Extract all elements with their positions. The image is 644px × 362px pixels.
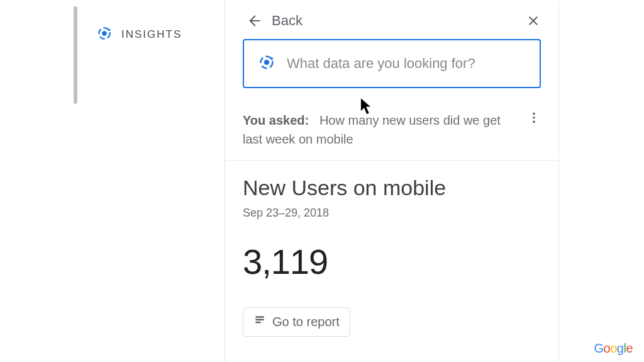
insights-icon — [96, 25, 113, 44]
sidebar-scrollbar[interactable] — [74, 6, 77, 104]
asked-prefix: You asked: — [243, 113, 309, 127]
svg-point-6 — [533, 113, 535, 115]
svg-point-2 — [108, 29, 110, 31]
insights-icon — [258, 54, 275, 74]
asked-text: You asked: How many new users did we get… — [243, 111, 517, 149]
svg-point-1 — [102, 31, 107, 36]
close-button[interactable] — [526, 13, 541, 28]
insights-label: INSIGHTS — [121, 28, 182, 41]
result-date-range: Sep 23–29, 2018 — [243, 206, 541, 220]
go-to-report-button[interactable]: Go to report — [243, 307, 350, 337]
topbar: Back — [225, 0, 558, 39]
arrow-left-icon — [247, 13, 263, 29]
report-button-label: Go to report — [272, 315, 340, 329]
insights-header[interactable]: INSIGHTS — [96, 25, 182, 44]
search-input[interactable] — [287, 55, 526, 72]
back-label: Back — [272, 13, 303, 29]
search-box[interactable] — [243, 39, 541, 88]
result-title: New Users on mobile — [243, 176, 541, 200]
google-logo: Google — [594, 341, 633, 356]
main-panel: Back You as — [225, 0, 558, 362]
svg-point-5 — [270, 57, 273, 60]
svg-point-7 — [533, 116, 535, 119]
sidebar: INSIGHTS — [71, 0, 225, 362]
result-card: New Users on mobile Sep 23–29, 2018 3,11… — [225, 161, 558, 337]
more-vert-icon[interactable] — [527, 111, 541, 127]
search-wrap — [225, 39, 558, 101]
svg-point-8 — [533, 121, 535, 123]
svg-point-4 — [264, 60, 269, 65]
report-icon — [253, 314, 266, 330]
result-value: 3,119 — [243, 241, 541, 282]
asked-row: You asked: How many new users did we get… — [225, 101, 558, 161]
back-button[interactable]: Back — [247, 13, 303, 29]
